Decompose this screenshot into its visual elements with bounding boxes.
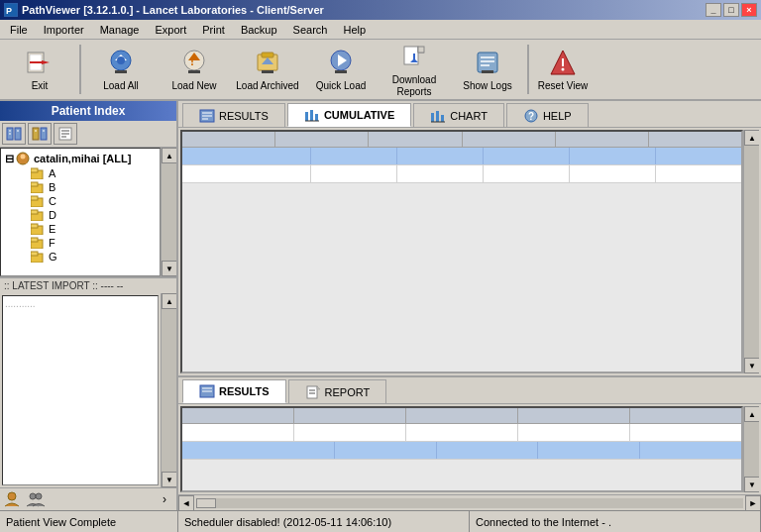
bottom-list-scrollbar[interactable]: ▲ ▼ xyxy=(161,293,176,487)
h-scroll-right-btn[interactable]: ► xyxy=(745,495,761,511)
bottom-list[interactable]: ........... xyxy=(2,295,159,485)
download-reports-button[interactable]: Download Reports xyxy=(379,41,450,98)
tree-child-B[interactable]: B xyxy=(3,180,158,194)
tab-help-label: HELP xyxy=(543,110,572,122)
menu-manage[interactable]: Manage xyxy=(92,20,148,39)
quick-load-label: Quick Load xyxy=(316,80,367,92)
top-content-container: ▲ ▼ xyxy=(180,130,759,373)
tab-cumulative[interactable]: CUMULATIVE xyxy=(287,103,411,127)
load-new-button[interactable]: ! Load New xyxy=(159,41,230,98)
toolbar-sep-1 xyxy=(79,45,81,94)
bottom-content-scroll-down[interactable]: ▼ xyxy=(744,477,759,492)
app-icon: P xyxy=(4,3,18,17)
svg-point-48 xyxy=(21,155,26,160)
bottom-tab-results[interactable]: RESULTS xyxy=(182,379,286,403)
arrow-right-btn[interactable]: › xyxy=(155,490,174,508)
tree-expand-icon: ⊟ xyxy=(5,153,14,165)
patient-tree[interactable]: ⊟ catalin,mihai [ALL] A xyxy=(0,148,161,276)
maximize-button[interactable]: □ xyxy=(723,3,739,17)
bottom-content xyxy=(180,406,743,492)
load-new-icon: ! xyxy=(178,47,210,78)
tree-child-C[interactable]: C xyxy=(3,194,158,208)
tree-child-F[interactable]: F xyxy=(3,236,158,250)
exit-button[interactable]: Exit xyxy=(4,41,75,98)
grid-cell-r2-1 xyxy=(182,165,311,182)
reset-view-icon xyxy=(547,47,579,78)
svg-point-63 xyxy=(8,492,16,500)
grid-row-2[interactable] xyxy=(182,165,741,183)
patient-tool-btn-1[interactable] xyxy=(2,123,26,145)
title-bar: P PathViewer [3.12.1.0.] - Lancet Labora… xyxy=(0,0,761,20)
tree-child-D[interactable]: D xyxy=(3,208,158,222)
h-scroll-thumb[interactable] xyxy=(196,498,216,508)
bottom-grid-r2-c5 xyxy=(640,442,741,459)
group-icon-btn[interactable] xyxy=(26,490,46,508)
h-scroll-left-btn[interactable]: ◄ xyxy=(178,495,194,511)
top-scroll-down-btn[interactable]: ▼ xyxy=(744,358,759,373)
load-all-label: Load All xyxy=(103,80,139,92)
menu-print[interactable]: Print xyxy=(194,20,233,39)
title-bar-left: P PathViewer [3.12.1.0.] - Lancet Labora… xyxy=(4,3,324,17)
svg-rect-30 xyxy=(482,70,493,73)
svg-marker-4 xyxy=(42,60,50,64)
exit-label: Exit xyxy=(32,80,49,92)
bottom-grid-r2-c3 xyxy=(437,442,539,459)
svg-rect-13 xyxy=(188,70,200,73)
svg-rect-20 xyxy=(335,70,347,73)
bottom-tabs: RESULTS REPORT xyxy=(178,377,761,404)
tree-child-F-label: F xyxy=(49,237,55,249)
grid-row-highlighted[interactable] xyxy=(182,148,741,165)
menu-export[interactable]: Export xyxy=(147,20,194,39)
load-all-button[interactable]: Load All xyxy=(85,41,157,98)
bottom-tab-report[interactable]: REPORT xyxy=(288,379,387,403)
bottom-content-scrollbar[interactable]: ▲ ▼ xyxy=(743,406,759,492)
status-left: Patient View Complete xyxy=(0,511,178,532)
menu-search[interactable]: Search xyxy=(285,20,336,39)
close-button[interactable]: × xyxy=(741,3,757,17)
bottom-scroll-up-btn[interactable]: ▲ xyxy=(162,293,176,309)
quick-load-button[interactable]: Quick Load xyxy=(305,41,377,98)
tree-child-E[interactable]: E xyxy=(3,222,158,236)
svg-point-65 xyxy=(36,493,42,499)
tree-child-A[interactable]: A xyxy=(3,166,158,180)
svg-point-33 xyxy=(562,68,565,71)
user-icon-btn[interactable] xyxy=(2,490,22,508)
bottom-scroll-down-btn[interactable]: ▼ xyxy=(162,472,176,487)
scroll-track xyxy=(162,163,176,261)
show-logs-button[interactable]: Show Logs xyxy=(452,41,523,98)
svg-rect-62 xyxy=(31,252,38,256)
menu-importer[interactable]: Importer xyxy=(36,20,92,39)
tab-help[interactable]: ? HELP xyxy=(506,103,589,127)
menu-backup[interactable]: Backup xyxy=(233,20,285,39)
scroll-up-btn[interactable]: ▲ xyxy=(162,148,176,163)
scroll-down-btn[interactable]: ▼ xyxy=(162,261,176,276)
bottom-grid-row-1[interactable] xyxy=(182,424,741,442)
tab-results[interactable]: RESULTS xyxy=(182,103,285,127)
tree-child-G[interactable]: G xyxy=(3,250,158,264)
bottom-grid-c1 xyxy=(182,424,294,441)
toolbar-sep-2 xyxy=(527,45,529,94)
tree-root[interactable]: ⊟ catalin,mihai [ALL] xyxy=(3,151,158,166)
bottom-grid-h3 xyxy=(406,408,518,423)
tab-results-label: RESULTS xyxy=(219,110,269,122)
patient-tool-btn-2[interactable] xyxy=(28,123,52,145)
bottom-content-scroll-up[interactable]: ▲ xyxy=(744,406,759,422)
patient-tool-btn-3[interactable] xyxy=(54,123,77,145)
minimize-button[interactable]: _ xyxy=(706,3,721,17)
reset-view-button[interactable]: Reset View xyxy=(533,41,593,98)
bottom-grid-row-2[interactable] xyxy=(182,442,741,460)
top-scroll-up-btn[interactable]: ▲ xyxy=(744,130,759,146)
quick-load-icon xyxy=(325,47,357,78)
top-content-scrollbar[interactable]: ▲ ▼ xyxy=(743,130,759,373)
patient-tree-scrollbar[interactable]: ▲ ▼ xyxy=(161,148,176,276)
title-controls[interactable]: _ □ × xyxy=(706,3,757,17)
menu-help[interactable]: Help xyxy=(335,20,374,39)
grid-cell-1 xyxy=(182,148,311,164)
download-reports-label: Download Reports xyxy=(381,74,447,98)
h-scroll-track[interactable] xyxy=(196,498,743,508)
tab-chart[interactable]: CHART xyxy=(413,103,504,127)
load-archived-button[interactable]: Load Archived xyxy=(232,41,303,98)
h-scrollbar[interactable]: ◄ ► xyxy=(178,494,761,510)
menu-file[interactable]: File xyxy=(2,20,36,39)
bottom-scroll-track xyxy=(162,309,176,472)
